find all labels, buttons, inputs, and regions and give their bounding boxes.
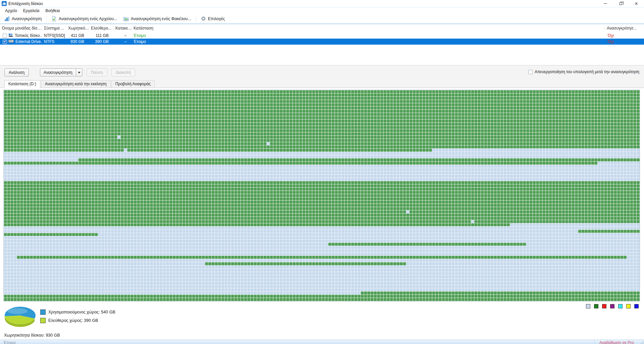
shutdown-checkbox[interactable]	[528, 70, 533, 74]
action-band: Ανάλυση Ανασυγκρότηση Παύση Διακοπή Απεν…	[0, 65, 644, 88]
legend-swatch	[602, 304, 606, 308]
column-header-capacity[interactable]: Χωρητικό...	[66, 26, 89, 31]
block-run-used	[4, 213, 640, 217]
block-run-used	[361, 291, 640, 295]
chevron-down-icon	[78, 72, 80, 73]
drive-name: External Drive...	[15, 39, 42, 44]
block-cell-free	[471, 220, 474, 223]
block-run-used	[4, 96, 640, 100]
menu-item[interactable]: Βοήθεια	[43, 8, 63, 14]
drive-fragmentation: --	[113, 33, 131, 38]
block-run-used	[4, 103, 640, 106]
defrag-split-button[interactable]: Ανασυγκρότηση	[40, 68, 83, 77]
column-header-status[interactable]: Κατάσταση	[131, 26, 232, 31]
menu-item[interactable]: Αρχείο	[2, 8, 20, 14]
block-cell-free	[117, 135, 121, 139]
toolbar-button[interactable]: Επιλογές	[198, 15, 228, 22]
close-button[interactable]: ✕	[629, 0, 644, 7]
block-run-used	[4, 298, 640, 301]
block-run-used	[4, 106, 640, 109]
column-header-name[interactable]: Όνομα μονάδας δίσ...	[0, 26, 42, 31]
drive-capacity: 930 GB	[66, 39, 89, 44]
upgrade-to-pro-link[interactable]: Αναβάθμιση σε Pro	[594, 340, 639, 344]
drive-capacity: 411 GB	[66, 33, 89, 38]
tab-inactive[interactable]: Ανασυγκρότηση κατά την εκκίνηση	[41, 80, 111, 88]
toolbar-button-label: Ανασυγκρότηση ενός Φακέλου...	[131, 16, 191, 21]
legend-swatch	[610, 304, 614, 308]
defrag-dropdown-arrow[interactable]	[76, 69, 82, 76]
block-run-used	[4, 187, 640, 191]
block-run-used	[4, 216, 640, 220]
legend-row: Χρησιμοποιούμενος χώρος: 540 GB	[40, 309, 115, 315]
defrag-button-label[interactable]: Ανασυγκρότηση	[40, 69, 76, 76]
block-run-used	[4, 113, 640, 116]
block-run-used	[4, 109, 640, 113]
drive-checkbox[interactable]	[3, 34, 7, 38]
column-header-filesystem[interactable]: Σύστημα ...	[42, 26, 66, 31]
block-run-used	[4, 129, 640, 132]
tab-active[interactable]: Κατάσταση (D:)	[4, 80, 40, 88]
column-header-scheduled[interactable]: Ανασυγκρότησ...	[604, 26, 644, 31]
folder-icon	[123, 16, 129, 21]
legend-swatch	[618, 304, 623, 308]
window-controls: ✕	[598, 0, 644, 7]
status-tab-page: Χρησιμοποιούμενος χώρος: 540 GBΕλεύθερος…	[0, 88, 644, 340]
block-run-used	[4, 197, 640, 200]
block-run-used	[4, 210, 640, 213]
drive-table-row[interactable]: ✔External Drive...NTFS930 GB390 GB--Έτοι…	[0, 39, 644, 45]
stop-button[interactable]: Διακοπή	[111, 68, 135, 77]
block-run-used	[4, 116, 640, 119]
drive-checkbox[interactable]: ✔	[3, 40, 7, 44]
restore-button[interactable]	[613, 0, 629, 7]
drive-table-row[interactable]: Τοπικός δίσκο...NTFS[SSD]411 GB111 GB--Έ…	[0, 33, 644, 39]
legend-label: Χρησιμοποιούμενος χώρος: 540 GB	[48, 310, 115, 314]
minimize-button[interactable]	[598, 0, 613, 7]
menu-item[interactable]: Εργαλεία	[20, 8, 43, 14]
toolbar-button-label: Ανασυγκρότηση	[12, 16, 42, 21]
block-run-used	[17, 256, 627, 259]
block-run-used	[78, 158, 640, 161]
analyze-button[interactable]: Ανάλυση	[4, 68, 29, 77]
toolbar-button[interactable]: Ανασυγκρότηση ενός Αρχείου...	[48, 15, 120, 22]
restore-icon	[620, 2, 622, 5]
block-run-used	[4, 132, 640, 136]
tab-inactive[interactable]: Προβολή Αναφοράς	[111, 80, 155, 88]
column-header-free[interactable]: Ελεύθερο...	[89, 26, 113, 31]
block-run-used	[578, 230, 640, 233]
legend-swatch	[594, 304, 598, 308]
minimize-icon	[604, 3, 607, 4]
block-run-used	[4, 181, 640, 184]
drive-status: Έτοιμο	[131, 33, 232, 38]
column-header-fragmented[interactable]: Κατακε...	[113, 26, 131, 31]
drive-free-space: 390 GB	[89, 39, 113, 44]
drive-filesystem: NTFS[SSD]	[42, 33, 66, 38]
resize-grip[interactable]	[639, 340, 644, 344]
legend-row: Ελεύθερος χώρος: 390 GB	[40, 318, 115, 323]
legend-color-swatch	[40, 309, 46, 315]
status-text: Έτοιμο	[0, 340, 16, 344]
toolbar-button-label: Ανασυγκρότηση ενός Αρχείου...	[59, 16, 117, 21]
block-run-used	[4, 295, 640, 298]
shutdown-after-defrag-option[interactable]: Απενεργοποίηση του υπολογιστή μετά την α…	[528, 69, 639, 74]
menu-bar: ΑρχείοΕργαλείαΒοήθεια	[0, 7, 644, 14]
legend-swatch	[634, 304, 639, 308]
block-run-used	[4, 119, 640, 122]
toolbar: ΑνασυγκρότησηΑνασυγκρότηση ενός Αρχείου.…	[0, 14, 644, 24]
block-run-used	[4, 220, 640, 223]
status-bar: Έτοιμο Αναβάθμιση σε Pro	[0, 340, 644, 344]
toolbar-button[interactable]: Ανασυγκρότηση ενός Φακέλου...	[120, 15, 194, 22]
legend-swatch	[586, 304, 590, 308]
block-run-used	[4, 184, 640, 188]
app-window: Επιτάχυνση δίσκου ✕ ΑρχείοΕργαλείαΒοήθει…	[0, 0, 644, 344]
toolbar-separator	[46, 15, 47, 22]
block-run-used	[4, 126, 640, 129]
pause-button[interactable]: Παύση	[87, 68, 107, 77]
block-run-used	[4, 122, 640, 126]
block-run-used	[4, 194, 640, 197]
drive-name: Τοπικός δίσκο...	[15, 33, 42, 38]
block-cell-free	[267, 142, 270, 145]
legend-color-swatch	[40, 318, 46, 323]
disk-usage-legend: Χρησιμοποιούμενος χώρος: 540 GBΕλεύθερος…	[40, 309, 115, 323]
block-cell-free	[124, 148, 127, 152]
toolbar-button[interactable]: Ανασυγκρότηση	[1, 15, 45, 22]
